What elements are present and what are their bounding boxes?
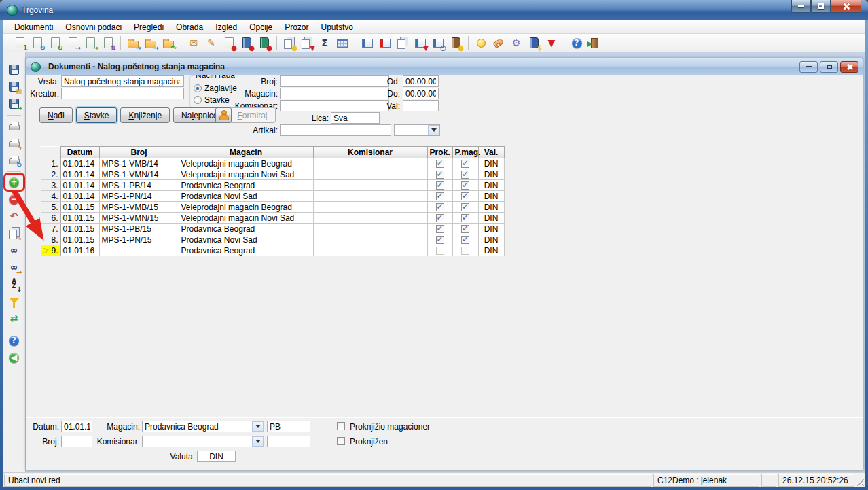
row-number-cell[interactable]: 3. (41, 180, 60, 191)
pmag-cell[interactable] (452, 224, 478, 234)
val-cell[interactable]: DIN (478, 234, 504, 245)
datum-cell[interactable]: 01.01.15 (60, 213, 99, 224)
table-row[interactable]: 5.01.01.15MPS-1-VMB/15Veleprodajni magac… (41, 202, 504, 213)
bottom-magacin-dropdown-button[interactable] (252, 421, 264, 432)
table-row[interactable]: 1.01.01.14MPS-1-VMB/14Veleprodajni magac… (41, 158, 504, 169)
nađi-button[interactable]: Nađi (39, 107, 73, 123)
print-button[interactable] (5, 118, 23, 133)
back-button[interactable]: ◀ (5, 350, 23, 365)
manual-book-button[interactable]: ● (448, 35, 464, 50)
column-header-magacin[interactable]: Magacin (179, 147, 313, 158)
prok-cell[interactable] (427, 245, 452, 256)
row-number-cell[interactable]: ☞9. (41, 245, 60, 256)
refresh-folder-button[interactable]: ↷ (160, 35, 177, 50)
table-row[interactable]: 2.01.01.14MPS-1-VMN/14Veleprodajni magac… (41, 169, 504, 180)
komisionar-cell[interactable] (313, 213, 427, 224)
minimize-button[interactable] (791, 0, 811, 13)
broj-cell[interactable]: MPS-1-PB/14 (99, 180, 179, 191)
prok-checkbox[interactable] (436, 225, 444, 233)
val-cell[interactable]: DIN (478, 158, 504, 169)
rotate-document-blue-button[interactable]: ↻ (29, 35, 46, 50)
prok-cell[interactable] (427, 234, 452, 245)
pmag-cell[interactable] (452, 191, 478, 202)
forward-document-blue-button[interactable]: → (65, 35, 81, 50)
prok-cell[interactable] (427, 158, 452, 169)
child-restore-button[interactable] (820, 61, 838, 73)
komisionar-cell[interactable] (313, 191, 427, 202)
magacin-cell[interactable]: Veleprodajni magacin Beograd (179, 158, 313, 169)
magacin-cell[interactable]: Veleprodajni magacin Novi Sad (179, 169, 313, 180)
column-header-pmag[interactable]: P.mag. (452, 147, 478, 158)
broj-cell[interactable]: MPS-1-VMB/14 (99, 158, 179, 169)
exit-door-button[interactable] (586, 35, 602, 50)
add-row-button[interactable]: + (5, 175, 23, 190)
prok-checkbox[interactable] (436, 192, 444, 200)
menu-obrada[interactable]: Obrada (170, 21, 209, 33)
prok-cell[interactable] (427, 202, 452, 213)
save-all-button[interactable]: ▤ (5, 79, 23, 94)
filter-funnel-button[interactable] (5, 294, 23, 309)
save-export-button[interactable]: → (5, 96, 23, 111)
radio-stavke-circle[interactable] (194, 96, 202, 104)
edit-rows-button[interactable]: ✎ (5, 226, 23, 241)
send-mail-button[interactable]: ✉ (185, 35, 202, 50)
bottom-magacin-combo[interactable] (142, 421, 264, 432)
pmag-checkbox[interactable] (461, 181, 469, 190)
prok-checkbox[interactable] (436, 236, 444, 244)
prok-checkbox[interactable] (436, 171, 444, 179)
komisionar-cell[interactable] (313, 202, 427, 213)
edit-document-button[interactable]: ✎ (203, 35, 219, 50)
new-document-button[interactable]: 1 (12, 35, 28, 50)
delete-row-button[interactable]: − (5, 192, 23, 207)
broj-cell[interactable]: MPS-1-VMN/15 (99, 213, 179, 224)
rotate-document-green-button[interactable]: ↻ (47, 35, 63, 50)
komisionar-cell[interactable] (313, 245, 427, 256)
pmag-cell[interactable] (452, 158, 478, 169)
broj-cell[interactable]: MPS-1-PN/14 (99, 191, 179, 202)
column-header-prok[interactable]: Prok. (427, 147, 452, 158)
table-row[interactable]: 8.01.01.15MPS-1-PN/15Prodavnica Novi Sad… (41, 234, 504, 245)
column-header-komisionar[interactable]: Komisionar (313, 147, 427, 158)
menu-pregledi[interactable]: Pregledi (128, 21, 170, 33)
column-header-datum[interactable]: Datum (60, 147, 99, 158)
fit-window-button[interactable]: ⇄ (5, 311, 23, 326)
labels-tag-button[interactable] (490, 35, 507, 50)
komisionar-cell[interactable] (313, 180, 427, 191)
window-search-button[interactable]: ○ (430, 35, 446, 50)
maximize-button[interactable] (811, 0, 831, 13)
row-number-cell[interactable]: 8. (41, 234, 60, 245)
pmag-checkbox[interactable] (461, 192, 469, 200)
table-row[interactable]: ☞9.01.01.16Prodavnica BeogradDIN (41, 245, 504, 256)
prok-checkbox[interactable] (436, 160, 444, 168)
table-row[interactable]: 7.01.01.15MPS-1-PB/15Prodavnica BeogradD… (41, 224, 504, 234)
magacin-cell[interactable]: Veleprodajni magacin Beograd (179, 202, 313, 213)
menu-opcije[interactable]: Opcije (243, 21, 278, 33)
column-header-broj[interactable]: Broj (99, 147, 179, 158)
magacin-cell[interactable]: Prodavnica Novi Sad (179, 191, 313, 202)
row-number-cell[interactable]: 4. (41, 191, 60, 202)
layout-columns-button[interactable] (359, 35, 376, 50)
proknjizen-checkbox[interactable] (337, 437, 345, 445)
val-cell[interactable]: DIN (478, 180, 504, 191)
pmag-checkbox[interactable] (461, 160, 469, 168)
ledger-blue-button[interactable]: ● (238, 35, 255, 50)
prok-cell[interactable] (427, 169, 452, 180)
import-folder-blue-button[interactable]: → (125, 35, 141, 50)
komisionar-cell[interactable] (313, 158, 427, 169)
komisionar-cell[interactable] (313, 169, 427, 180)
proknjizio-magacioner-checkbox[interactable] (337, 422, 345, 430)
table-row[interactable]: 3.01.01.14MPS-1-PB/14Prodavnica BeogradD… (41, 180, 504, 191)
column-header-val[interactable]: Val. (478, 147, 504, 158)
val-cell[interactable]: DIN (478, 213, 504, 224)
komisionar-cell[interactable] (313, 234, 427, 245)
prok-cell[interactable] (427, 191, 452, 202)
child-minimize-button[interactable] (799, 61, 818, 73)
layout-grid-button[interactable] (377, 35, 393, 50)
menu-prozor[interactable]: Prozor (278, 21, 314, 33)
val-cell[interactable]: DIN (478, 224, 504, 234)
bottom-komisionar-code-input[interactable] (267, 436, 310, 447)
bottom-magacin-code-input[interactable] (267, 421, 310, 432)
preview-lightbulb-button[interactable]: ● (281, 35, 297, 50)
row-number-cell[interactable]: 5. (41, 202, 60, 213)
undo-button[interactable]: ↶ (5, 209, 23, 224)
